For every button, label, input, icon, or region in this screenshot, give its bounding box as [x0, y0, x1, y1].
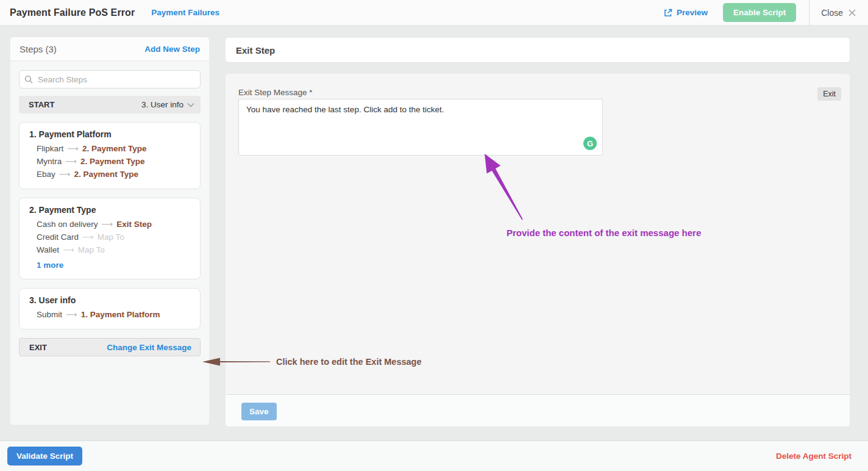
bottom-bar: Validate Script Delete Agent Script [0, 440, 868, 471]
arrow-right-icon: ⟶ [102, 220, 113, 229]
option-label: Ebay [37, 170, 55, 179]
chevron-down-icon [187, 102, 194, 107]
breadcrumb[interactable]: Payment Failures [151, 8, 219, 17]
mapping-row: Flipkart⟶2. Payment Type [37, 142, 190, 155]
close-button[interactable]: Close [809, 8, 868, 18]
panel-footer: Save [226, 394, 850, 426]
step-card-title: 1. Payment Platform [29, 129, 190, 139]
mapping-row: Submit⟶1. Payment Platform [37, 308, 190, 321]
step-card-title: 3. User info [29, 295, 190, 305]
target-step-link[interactable]: 2. Payment Type [82, 144, 147, 153]
page-title: Payment Failure PoS Error [10, 7, 135, 18]
close-icon [848, 9, 856, 17]
exit-step-panel-header: Exit Step [226, 38, 850, 62]
add-new-step-button[interactable]: Add New Step [144, 45, 200, 54]
search-steps-field [19, 70, 201, 88]
option-label: Wallet [37, 245, 59, 254]
step-card-user-info[interactable]: 3. User info Submit⟶1. Payment Platform [19, 288, 201, 329]
steps-panel-header: Steps (3) Add New Step [10, 37, 209, 61]
annotation-edit-exit-message: Click here to edit the Exit Message [276, 357, 422, 367]
arrow-right-icon: ⟶ [65, 157, 77, 166]
enable-script-button[interactable]: Enable Script [723, 3, 796, 22]
start-label: START [29, 100, 54, 109]
option-label: Submit [37, 310, 62, 319]
annotation-arrow-left-icon [202, 356, 272, 368]
change-exit-message-link[interactable]: Change Exit Message [107, 343, 191, 352]
mapping-row: Myntra⟶2. Payment Type [37, 155, 190, 168]
target-step-link[interactable]: 2. Payment Type [80, 157, 145, 166]
exit-message-field: You have reached the last step. Click ad… [238, 99, 603, 156]
target-placeholder[interactable]: Map To [78, 245, 105, 254]
steps-panel-title: Steps (3) [20, 44, 57, 54]
target-step-link[interactable]: Exit Step [116, 220, 152, 229]
exit-message-label: Exit Step Message * [238, 88, 313, 97]
arrow-right-icon: ⟶ [67, 144, 79, 153]
external-link-icon [664, 9, 672, 17]
steps-panel-body: START 3. User info 1. Payment Platform F… [10, 61, 209, 356]
header-right: Preview Enable Script Close [664, 0, 868, 25]
top-header: Payment Failure PoS Error Payment Failur… [0, 0, 868, 26]
validate-script-button[interactable]: Validate Script [7, 447, 82, 466]
step-card-title: 2. Payment Type [29, 205, 190, 215]
start-step-selector[interactable]: START 3. User info [19, 96, 201, 113]
option-label: Flipkart [37, 144, 63, 153]
agent-script-editor: Payment Failure PoS Error Payment Failur… [0, 0, 868, 471]
start-selected-step-label: 3. User info [141, 100, 183, 109]
mapping-row: Cash on delivery⟶Exit Step [37, 218, 190, 231]
mapping-row: Credit Card⟶Map To [37, 231, 190, 243]
annotation-arrow-up-icon [478, 150, 533, 226]
preview-button[interactable]: Preview [664, 8, 708, 17]
panel-title: Exit Step [236, 45, 275, 56]
grammarly-icon[interactable]: G [583, 137, 597, 150]
arrow-right-icon: ⟶ [59, 170, 71, 179]
step-card-payment-platform[interactable]: 1. Payment Platform Flipkart⟶2. Payment … [19, 122, 201, 189]
exit-badge: Exit [817, 87, 841, 101]
search-steps-input[interactable] [19, 70, 201, 88]
steps-panel: Steps (3) Add New Step START 3. User inf… [10, 37, 210, 425]
target-placeholder[interactable]: Map To [98, 232, 124, 242]
option-label: Credit Card [37, 232, 79, 242]
step-card-payment-type[interactable]: 2. Payment Type Cash on delivery⟶Exit St… [19, 198, 201, 279]
arrow-right-icon: ⟶ [82, 232, 94, 242]
save-button[interactable]: Save [241, 403, 277, 420]
arrow-right-icon: ⟶ [66, 310, 77, 319]
target-step-link[interactable]: 1. Payment Platform [81, 310, 160, 319]
mapping-row: Wallet⟶Map To [37, 243, 190, 256]
preview-label: Preview [677, 8, 708, 17]
start-selected-step: 3. User info [141, 100, 194, 109]
arrow-right-icon: ⟶ [63, 245, 74, 254]
search-icon [24, 75, 33, 84]
target-step-link[interactable]: 2. Payment Type [74, 170, 138, 179]
option-label: Cash on delivery [37, 220, 98, 229]
exit-step-row[interactable]: EXIT Change Exit Message [19, 338, 201, 356]
exit-label: EXIT [29, 343, 47, 352]
mapping-row: Ebay⟶2. Payment Type [37, 168, 190, 181]
header-left: Payment Failure PoS Error Payment Failur… [0, 7, 219, 18]
exit-step-panel: Exit Exit Step Message * You have reache… [226, 74, 850, 426]
show-more-link[interactable]: 1 more [37, 261, 63, 270]
delete-agent-script-link[interactable]: Delete Agent Script [776, 451, 852, 461]
option-label: Myntra [37, 157, 62, 166]
exit-message-textarea[interactable]: You have reached the last step. Click ad… [238, 99, 603, 156]
close-label: Close [821, 8, 843, 18]
annotation-exit-message: Provide the content of the exit message … [507, 228, 701, 238]
